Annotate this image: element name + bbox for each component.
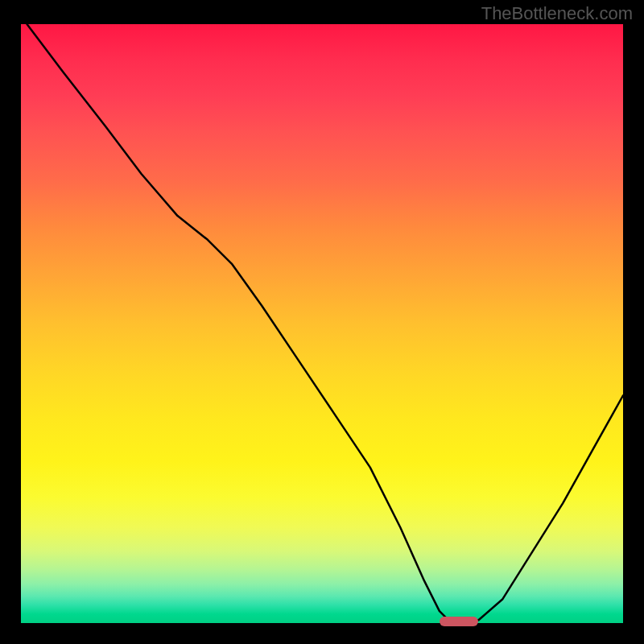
plot-area (21, 24, 623, 623)
curve-svg (21, 24, 623, 623)
bottleneck-curve (27, 24, 624, 622)
optimal-marker (440, 617, 479, 626)
watermark-text: TheBottleneck.com (481, 3, 633, 24)
chart-container: TheBottleneck.com (0, 0, 644, 644)
